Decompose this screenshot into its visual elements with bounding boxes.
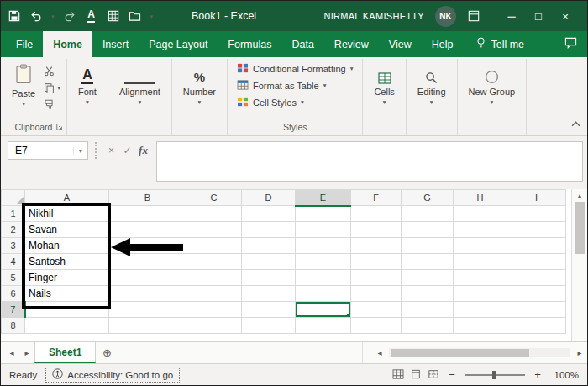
cell-B3[interactable] xyxy=(109,238,186,254)
formula-input[interactable] xyxy=(156,141,583,182)
cell-I2[interactable] xyxy=(507,222,566,238)
alignment-button[interactable]: Alignment ▾ xyxy=(114,61,165,106)
paste-button[interactable]: Paste ▾ xyxy=(7,61,40,108)
vertical-scroll-thumb[interactable] xyxy=(575,202,585,254)
vertical-scrollbar[interactable]: ▴ xyxy=(571,189,587,341)
save-icon[interactable] xyxy=(8,9,21,23)
view-page-break-button[interactable] xyxy=(428,369,439,381)
row-header-7[interactable]: 7 xyxy=(2,302,25,318)
cell-B4[interactable] xyxy=(109,254,186,270)
zoom-level[interactable]: 100% xyxy=(550,370,579,380)
tab-review[interactable]: Review xyxy=(324,31,379,57)
cell-G7[interactable] xyxy=(402,302,454,318)
cell-F2[interactable] xyxy=(351,222,402,238)
accessibility-status[interactable]: Accessibility: Good to go xyxy=(45,367,180,383)
cell-I6[interactable] xyxy=(507,286,566,302)
cell-H7[interactable] xyxy=(454,302,507,318)
zoom-in-button[interactable]: + xyxy=(533,368,543,381)
underline-icon[interactable]: A xyxy=(85,9,98,23)
cell-H2[interactable] xyxy=(454,222,507,238)
conditional-formatting-button[interactable]: Conditional Formatting ▾ xyxy=(234,61,356,77)
close-button[interactable]: × xyxy=(552,3,579,29)
h-scroll-track[interactable] xyxy=(389,348,570,357)
column-header-I[interactable]: I xyxy=(507,190,566,206)
chevron-down-icon[interactable]: ▾ xyxy=(51,13,55,19)
font-button[interactable]: A Font ▾ xyxy=(73,61,102,106)
tab-view[interactable]: View xyxy=(379,31,422,57)
cell-E3[interactable] xyxy=(296,238,351,254)
cell-A2[interactable]: Savan xyxy=(25,222,109,238)
tab-data[interactable]: Data xyxy=(281,31,323,57)
number-button[interactable]: % Number ▾ xyxy=(178,61,221,106)
view-page-layout-button[interactable] xyxy=(410,369,422,381)
column-header-G[interactable]: G xyxy=(402,190,454,206)
row-header-2[interactable]: 2 xyxy=(2,222,25,238)
scroll-up-button[interactable]: ▴ xyxy=(572,189,587,202)
cell-A3[interactable]: Mohan xyxy=(25,238,109,254)
column-header-E[interactable]: E xyxy=(296,190,351,206)
comment-button[interactable] xyxy=(564,31,577,57)
cell-B1[interactable] xyxy=(109,206,186,222)
cell-E2[interactable] xyxy=(296,222,351,238)
cells-button[interactable]: Cells ▾ xyxy=(369,61,399,106)
zoom-out-button[interactable]: − xyxy=(447,368,457,381)
sheet-nav-left-button[interactable]: ◂ xyxy=(4,342,19,363)
tell-me-button[interactable]: Tell me xyxy=(476,31,524,57)
cut-button[interactable] xyxy=(44,66,60,77)
zoom-slider[interactable] xyxy=(465,374,525,376)
cell-H1[interactable] xyxy=(454,206,507,222)
cell-H4[interactable] xyxy=(454,254,507,270)
cell-D2[interactable] xyxy=(242,222,296,238)
cell-C8[interactable] xyxy=(186,318,242,334)
column-header-D[interactable]: D xyxy=(242,190,296,206)
column-header-H[interactable]: H xyxy=(454,190,507,206)
undo-icon[interactable] xyxy=(29,9,43,23)
insert-function-button[interactable]: fx xyxy=(135,141,151,160)
collapse-ribbon-button[interactable] xyxy=(571,115,580,130)
row-header-3[interactable]: 3 xyxy=(2,238,25,254)
h-scroll-thumb[interactable] xyxy=(391,349,529,357)
cell-I5[interactable] xyxy=(507,270,566,286)
cell-F3[interactable] xyxy=(351,238,402,254)
format-as-table-button[interactable]: Format as Table ▾ xyxy=(234,77,356,94)
formula-bar-splitter[interactable] xyxy=(95,142,98,159)
name-box[interactable]: E7 ▾ xyxy=(8,141,88,160)
tab-insert[interactable]: Insert xyxy=(92,31,139,57)
cell-E5[interactable] xyxy=(296,270,351,286)
format-painter-button[interactable] xyxy=(44,99,60,110)
cell-G8[interactable] xyxy=(402,318,454,334)
cell-B7[interactable] xyxy=(109,302,186,318)
cell-D4[interactable] xyxy=(242,254,296,270)
h-scroll-left-button[interactable]: ◂ xyxy=(372,348,387,357)
cell-C6[interactable] xyxy=(186,286,242,302)
cell-H8[interactable] xyxy=(454,318,507,334)
tab-page-layout[interactable]: Page Layout xyxy=(139,31,218,57)
cell-G3[interactable] xyxy=(402,238,454,254)
folder-icon[interactable] xyxy=(129,9,142,23)
row-header-5[interactable]: 5 xyxy=(2,270,25,286)
cell-E4[interactable] xyxy=(296,254,351,270)
cell-I3[interactable] xyxy=(507,238,566,254)
row-header-4[interactable]: 4 xyxy=(2,254,25,270)
sheet-tab-sheet1[interactable]: Sheet1 xyxy=(34,342,96,363)
cell-F8[interactable] xyxy=(351,318,402,334)
column-header-A[interactable]: A xyxy=(25,190,109,206)
cell-D7[interactable] xyxy=(242,302,296,318)
cell-A6[interactable]: Nails xyxy=(25,286,109,302)
dialog-launcher-icon[interactable] xyxy=(56,122,63,132)
cell-F6[interactable] xyxy=(351,286,402,302)
tab-formulas[interactable]: Formulas xyxy=(218,31,281,57)
tab-home[interactable]: Home xyxy=(43,31,92,57)
column-header-F[interactable]: F xyxy=(351,190,402,206)
column-header-C[interactable]: C xyxy=(186,190,242,206)
cell-I7[interactable] xyxy=(507,302,566,318)
editing-button[interactable]: Editing ▾ xyxy=(412,61,451,106)
cell-D8[interactable] xyxy=(242,318,296,334)
cell-D3[interactable] xyxy=(242,238,296,254)
cell-A8[interactable] xyxy=(25,318,109,334)
avatar[interactable]: NK xyxy=(435,6,456,27)
cell-G2[interactable] xyxy=(402,222,454,238)
cell-C5[interactable] xyxy=(186,270,242,286)
redo-icon[interactable] xyxy=(63,9,76,23)
cell-C2[interactable] xyxy=(186,222,242,238)
